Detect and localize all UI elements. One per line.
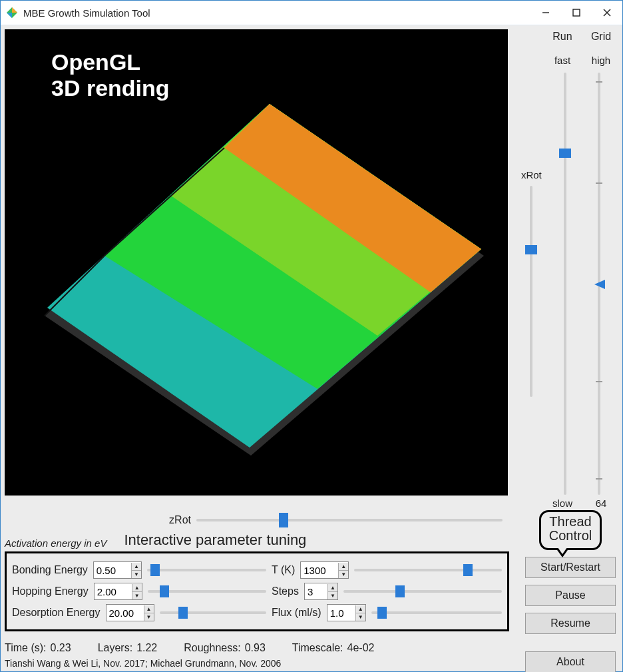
window-title: MBE Growth Simulation Tool — [23, 7, 530, 19]
spin-up-icon[interactable]: ▲ — [356, 605, 365, 613]
roughness-label: Roughness: — [184, 642, 240, 654]
viewport-overlay: OpenGL 3D rending — [51, 49, 170, 101]
desorption-slider[interactable] — [160, 611, 266, 614]
spin-down-icon[interactable]: ▼ — [144, 613, 154, 621]
start-restart-button[interactable]: Start/Restart — [525, 557, 616, 578]
run-top-label: fast — [548, 55, 577, 66]
layers-label: Layers: — [98, 642, 132, 654]
temp-spinbox[interactable]: ▲▼ — [300, 561, 349, 579]
desorption-input[interactable] — [106, 607, 144, 619]
parameter-panel: Bonding Energy ▲▼ T (K) ▲▼ Hopping Energ… — [5, 551, 509, 631]
steps-input[interactable] — [305, 586, 327, 597]
spin-down-icon[interactable]: ▼ — [339, 571, 348, 578]
bonding-input[interactable] — [94, 565, 131, 576]
pause-button[interactable]: Pause — [525, 585, 616, 606]
svg-marker-12 — [594, 280, 605, 289]
opengl-viewport[interactable]: OpenGL 3D rending — [5, 29, 508, 496]
hopping-input[interactable] — [95, 586, 132, 597]
steps-slider[interactable] — [343, 590, 502, 593]
spin-down-icon[interactable]: ▼ — [132, 571, 141, 578]
tuning-note: Interactive parameter tuning — [124, 531, 306, 549]
desorption-label: Desorption Energy — [12, 607, 101, 619]
spin-down-icon[interactable]: ▼ — [328, 592, 337, 599]
grid-slider[interactable] — [598, 73, 600, 495]
flux-slider[interactable] — [371, 611, 502, 614]
timescale-label: Timescale: — [292, 642, 343, 654]
flux-label: Flux (ml/s) — [272, 607, 321, 619]
time-label: Time (s): — [5, 642, 47, 654]
spin-up-icon[interactable]: ▲ — [132, 563, 141, 571]
steps-label: Steps — [272, 585, 299, 597]
zrot-slider[interactable] — [196, 519, 503, 521]
bonding-label: Bonding Energy — [12, 564, 88, 576]
flux-spinbox[interactable]: ▲▼ — [327, 604, 366, 621]
hopping-spinbox[interactable]: ▲▼ — [94, 583, 142, 600]
run-header: Run — [548, 31, 577, 43]
spin-down-icon[interactable]: ▼ — [132, 592, 142, 599]
app-icon — [6, 7, 18, 19]
close-button[interactable] — [592, 3, 622, 23]
thread-control-annotation: Thread Control — [539, 510, 602, 550]
svg-marker-1 — [12, 7, 17, 13]
xrot-label: xRot — [521, 169, 542, 180]
control-column: Thread Control Start/Restart Pause Resum… — [524, 510, 617, 672]
grid-top-label: high — [586, 55, 616, 66]
hopping-slider[interactable] — [148, 590, 266, 593]
svg-rect-4 — [573, 9, 580, 16]
grid-header: Grid — [586, 31, 616, 43]
svg-marker-2 — [7, 13, 12, 18]
xrot-slider[interactable] — [530, 186, 532, 396]
layers-value: 1.22 — [136, 642, 157, 654]
desorption-spinbox[interactable]: ▲▼ — [106, 604, 154, 621]
timescale-value: 4e-02 — [347, 642, 375, 654]
spin-up-icon[interactable]: ▲ — [132, 584, 142, 592]
activation-note: Activation energy in eV — [5, 537, 106, 549]
flux-input[interactable] — [327, 607, 355, 619]
maximize-button[interactable] — [561, 3, 592, 23]
minimize-button[interactable] — [530, 3, 561, 23]
about-button[interactable]: About — [525, 651, 616, 672]
run-slider[interactable] — [564, 73, 566, 495]
temp-slider[interactable] — [354, 569, 502, 571]
spin-up-icon[interactable]: ▲ — [328, 584, 337, 592]
steps-spinbox[interactable]: ▲▼ — [304, 583, 338, 600]
resume-button[interactable]: Resume — [525, 613, 616, 634]
bonding-slider[interactable] — [147, 569, 266, 571]
roughness-value: 0.93 — [245, 642, 266, 654]
client-area: OpenGL 3D rending Run Grid fast high xRo… — [1, 25, 622, 671]
grid-bottom-label: 64 — [586, 498, 616, 509]
hopping-label: Hopping Energy — [12, 585, 89, 597]
time-value: 0.23 — [51, 642, 71, 654]
run-bottom-label: slow — [548, 498, 577, 509]
zrot-label: zRot — [5, 514, 196, 526]
temp-input[interactable] — [301, 565, 338, 576]
spin-up-icon[interactable]: ▲ — [339, 563, 348, 571]
side-panel: Run Grid fast high xRot — [508, 29, 618, 509]
titlebar: MBE Growth Simulation Tool — [1, 1, 622, 25]
spin-down-icon[interactable]: ▼ — [356, 613, 365, 621]
app-window: MBE Growth Simulation Tool OpenGL 3D ren… — [0, 0, 623, 672]
spin-up-icon[interactable]: ▲ — [144, 605, 154, 613]
temp-label: T (K) — [272, 564, 295, 576]
bonding-spinbox[interactable]: ▲▼ — [93, 561, 142, 579]
